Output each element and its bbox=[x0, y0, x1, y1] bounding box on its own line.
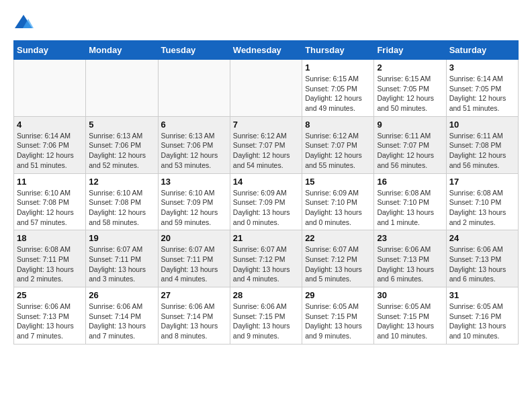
day-number: 9 bbox=[377, 120, 443, 130]
day-info: Sunrise: 6:05 AM Sunset: 7:15 PM Dayligh… bbox=[377, 302, 443, 341]
day-number: 14 bbox=[233, 177, 299, 187]
day-number: 6 bbox=[161, 120, 227, 130]
day-info: Sunrise: 6:11 AM Sunset: 7:07 PM Dayligh… bbox=[377, 131, 443, 171]
calendar-day-cell: 24Sunrise: 6:06 AM Sunset: 7:13 PM Dayli… bbox=[446, 230, 518, 287]
calendar-table: SundayMondayTuesdayWednesdayThursdayFrid… bbox=[13, 40, 519, 345]
day-info: Sunrise: 6:09 AM Sunset: 7:10 PM Dayligh… bbox=[305, 188, 371, 228]
weekday-header: Wednesday bbox=[230, 41, 302, 60]
calendar-day-cell: 25Sunrise: 6:06 AM Sunset: 7:13 PM Dayli… bbox=[14, 287, 86, 345]
calendar-day-cell: 27Sunrise: 6:06 AM Sunset: 7:14 PM Dayli… bbox=[158, 287, 230, 345]
logo bbox=[13, 13, 36, 34]
calendar-day-cell: 12Sunrise: 6:10 AM Sunset: 7:08 PM Dayli… bbox=[86, 173, 158, 230]
day-info: Sunrise: 6:14 AM Sunset: 7:06 PM Dayligh… bbox=[17, 131, 83, 171]
calendar-day-cell: 22Sunrise: 6:07 AM Sunset: 7:12 PM Dayli… bbox=[302, 230, 374, 287]
day-info: Sunrise: 6:08 AM Sunset: 7:10 PM Dayligh… bbox=[449, 188, 515, 228]
day-number: 2 bbox=[377, 62, 443, 73]
calendar-day-cell: 13Sunrise: 6:10 AM Sunset: 7:09 PM Dayli… bbox=[158, 173, 230, 230]
calendar-day-cell: 6Sunrise: 6:13 AM Sunset: 7:06 PM Daylig… bbox=[158, 116, 230, 173]
day-info: Sunrise: 6:08 AM Sunset: 7:10 PM Dayligh… bbox=[377, 188, 443, 228]
calendar-day-cell: 16Sunrise: 6:08 AM Sunset: 7:10 PM Dayli… bbox=[374, 173, 446, 230]
calendar-day-cell: 18Sunrise: 6:08 AM Sunset: 7:11 PM Dayli… bbox=[14, 230, 86, 287]
calendar-day-cell: 21Sunrise: 6:07 AM Sunset: 7:12 PM Dayli… bbox=[230, 230, 302, 287]
day-info: Sunrise: 6:06 AM Sunset: 7:13 PM Dayligh… bbox=[449, 244, 515, 284]
day-info: Sunrise: 6:11 AM Sunset: 7:08 PM Dayligh… bbox=[449, 131, 515, 171]
calendar-week-row: 4Sunrise: 6:14 AM Sunset: 7:06 PM Daylig… bbox=[14, 116, 519, 173]
day-number: 29 bbox=[305, 290, 371, 300]
day-info: Sunrise: 6:10 AM Sunset: 7:08 PM Dayligh… bbox=[89, 188, 154, 228]
day-info: Sunrise: 6:13 AM Sunset: 7:06 PM Dayligh… bbox=[161, 131, 227, 171]
day-info: Sunrise: 6:13 AM Sunset: 7:06 PM Dayligh… bbox=[89, 131, 154, 171]
page-header bbox=[13, 13, 519, 34]
calendar-day-cell: 15Sunrise: 6:09 AM Sunset: 7:10 PM Dayli… bbox=[302, 173, 374, 230]
day-number: 1 bbox=[305, 62, 371, 73]
calendar-day-cell: 23Sunrise: 6:06 AM Sunset: 7:13 PM Dayli… bbox=[374, 230, 446, 287]
day-info: Sunrise: 6:15 AM Sunset: 7:05 PM Dayligh… bbox=[305, 74, 371, 113]
day-number: 22 bbox=[305, 233, 371, 243]
day-number: 16 bbox=[377, 177, 443, 187]
calendar-day-cell: 7Sunrise: 6:12 AM Sunset: 7:07 PM Daylig… bbox=[230, 116, 302, 173]
calendar-day-cell: 31Sunrise: 6:05 AM Sunset: 7:16 PM Dayli… bbox=[446, 287, 518, 345]
calendar-day-cell bbox=[158, 60, 230, 117]
day-number: 10 bbox=[449, 120, 515, 130]
day-info: Sunrise: 6:08 AM Sunset: 7:11 PM Dayligh… bbox=[17, 244, 83, 284]
day-info: Sunrise: 6:12 AM Sunset: 7:07 PM Dayligh… bbox=[233, 131, 299, 171]
day-number: 11 bbox=[17, 177, 83, 187]
calendar-day-cell: 19Sunrise: 6:07 AM Sunset: 7:11 PM Dayli… bbox=[86, 230, 158, 287]
day-info: Sunrise: 6:14 AM Sunset: 7:05 PM Dayligh… bbox=[449, 74, 515, 113]
calendar-week-row: 18Sunrise: 6:08 AM Sunset: 7:11 PM Dayli… bbox=[14, 230, 519, 287]
day-info: Sunrise: 6:06 AM Sunset: 7:13 PM Dayligh… bbox=[377, 244, 443, 284]
day-info: Sunrise: 6:06 AM Sunset: 7:13 PM Dayligh… bbox=[17, 302, 83, 341]
calendar-day-cell bbox=[86, 60, 158, 117]
day-number: 3 bbox=[449, 62, 515, 73]
calendar-day-cell: 5Sunrise: 6:13 AM Sunset: 7:06 PM Daylig… bbox=[86, 116, 158, 173]
weekday-header: Friday bbox=[374, 41, 446, 60]
day-info: Sunrise: 6:10 AM Sunset: 7:09 PM Dayligh… bbox=[161, 188, 227, 228]
day-info: Sunrise: 6:05 AM Sunset: 7:16 PM Dayligh… bbox=[449, 302, 515, 341]
day-number: 31 bbox=[449, 290, 515, 300]
calendar-day-cell: 14Sunrise: 6:09 AM Sunset: 7:09 PM Dayli… bbox=[230, 173, 302, 230]
weekday-header: Saturday bbox=[446, 41, 518, 60]
calendar-day-cell: 3Sunrise: 6:14 AM Sunset: 7:05 PM Daylig… bbox=[446, 60, 518, 117]
day-info: Sunrise: 6:15 AM Sunset: 7:05 PM Dayligh… bbox=[377, 74, 443, 113]
day-number: 27 bbox=[161, 290, 227, 300]
calendar-week-row: 25Sunrise: 6:06 AM Sunset: 7:13 PM Dayli… bbox=[14, 287, 519, 345]
calendar-day-cell: 4Sunrise: 6:14 AM Sunset: 7:06 PM Daylig… bbox=[14, 116, 86, 173]
logo-icon bbox=[13, 13, 34, 34]
day-info: Sunrise: 6:05 AM Sunset: 7:15 PM Dayligh… bbox=[305, 302, 371, 341]
calendar-day-cell: 9Sunrise: 6:11 AM Sunset: 7:07 PM Daylig… bbox=[374, 116, 446, 173]
day-number: 15 bbox=[305, 177, 371, 187]
calendar-day-cell: 1Sunrise: 6:15 AM Sunset: 7:05 PM Daylig… bbox=[302, 60, 374, 117]
day-info: Sunrise: 6:06 AM Sunset: 7:14 PM Dayligh… bbox=[161, 302, 227, 341]
day-number: 28 bbox=[233, 290, 299, 300]
day-info: Sunrise: 6:09 AM Sunset: 7:09 PM Dayligh… bbox=[233, 188, 299, 228]
calendar-day-cell: 20Sunrise: 6:07 AM Sunset: 7:11 PM Dayli… bbox=[158, 230, 230, 287]
calendar-day-cell: 29Sunrise: 6:05 AM Sunset: 7:15 PM Dayli… bbox=[302, 287, 374, 345]
day-number: 12 bbox=[89, 177, 154, 187]
day-info: Sunrise: 6:07 AM Sunset: 7:11 PM Dayligh… bbox=[161, 244, 227, 284]
weekday-header: Thursday bbox=[302, 41, 374, 60]
calendar-day-cell: 11Sunrise: 6:10 AM Sunset: 7:08 PM Dayli… bbox=[14, 173, 86, 230]
day-info: Sunrise: 6:07 AM Sunset: 7:12 PM Dayligh… bbox=[305, 244, 371, 284]
day-info: Sunrise: 6:06 AM Sunset: 7:14 PM Dayligh… bbox=[89, 302, 154, 341]
day-number: 25 bbox=[17, 290, 83, 300]
calendar-week-row: 1Sunrise: 6:15 AM Sunset: 7:05 PM Daylig… bbox=[14, 60, 519, 117]
day-number: 8 bbox=[305, 120, 371, 130]
calendar-day-cell: 17Sunrise: 6:08 AM Sunset: 7:10 PM Dayli… bbox=[446, 173, 518, 230]
day-number: 17 bbox=[449, 177, 515, 187]
day-number: 5 bbox=[89, 120, 154, 130]
day-number: 19 bbox=[89, 233, 154, 243]
day-info: Sunrise: 6:12 AM Sunset: 7:07 PM Dayligh… bbox=[305, 131, 371, 171]
day-number: 26 bbox=[89, 290, 154, 300]
day-number: 7 bbox=[233, 120, 299, 130]
day-info: Sunrise: 6:10 AM Sunset: 7:08 PM Dayligh… bbox=[17, 188, 83, 228]
calendar-header-row: SundayMondayTuesdayWednesdayThursdayFrid… bbox=[14, 41, 519, 60]
weekday-header: Monday bbox=[86, 41, 158, 60]
day-number: 24 bbox=[449, 233, 515, 243]
calendar-day-cell: 8Sunrise: 6:12 AM Sunset: 7:07 PM Daylig… bbox=[302, 116, 374, 173]
day-info: Sunrise: 6:06 AM Sunset: 7:15 PM Dayligh… bbox=[233, 302, 299, 341]
weekday-header: Tuesday bbox=[158, 41, 230, 60]
day-number: 18 bbox=[17, 233, 83, 243]
calendar-day-cell bbox=[14, 60, 86, 117]
calendar-day-cell: 26Sunrise: 6:06 AM Sunset: 7:14 PM Dayli… bbox=[86, 287, 158, 345]
calendar-week-row: 11Sunrise: 6:10 AM Sunset: 7:08 PM Dayli… bbox=[14, 173, 519, 230]
